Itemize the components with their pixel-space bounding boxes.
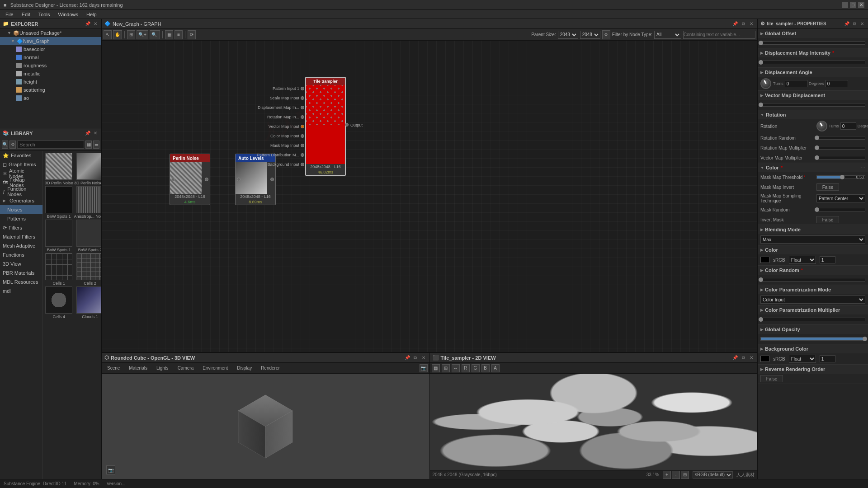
lib-3d-view[interactable]: 3D View [0, 259, 42, 268]
section-global-offset-header[interactable]: ▶ Global Offset [758, 29, 868, 38]
port-autolevels-input[interactable] [237, 178, 241, 181]
menu-tools[interactable]: Tools [35, 11, 54, 18]
lib-thumb-bnw-spots1b[interactable]: BnW Spots 1 [45, 220, 73, 252]
port-pattern-dist[interactable] [301, 153, 304, 157]
tab-environment[interactable]: Environment [199, 365, 231, 371]
props-pin-btn[interactable]: 📌 [844, 21, 850, 27]
tree-roughness[interactable]: roughness [0, 61, 101, 70]
viewport2d-toolbar-btn7[interactable]: A [491, 364, 500, 372]
lib-favorites[interactable]: ⭐ Favorites [0, 151, 42, 160]
rotation-section-menu[interactable]: ⋯ [861, 113, 865, 117]
port-rotation-map[interactable] [301, 115, 304, 119]
port-scale-map[interactable] [301, 96, 304, 100]
tree-metallic[interactable]: metallic [0, 70, 101, 78]
props-float-btn[interactable]: ⧉ [851, 21, 858, 27]
lib-thumb-bnw-spots1[interactable]: BnW Spots 1 [45, 186, 73, 219]
lib-atomic-nodes[interactable]: ⚛ Atomic Nodes [0, 169, 42, 178]
section-color-param-mult-header[interactable]: ▶ Color Parametrization Multiplier [758, 305, 868, 314]
color-param-mode-select[interactable]: Color Input [760, 296, 865, 304]
global-offset-slider[interactable] [760, 41, 865, 45]
graph-pin-btn[interactable]: 📌 [732, 21, 738, 27]
graph-tool-select[interactable]: ↖ [104, 30, 112, 39]
port-mask-map[interactable] [301, 144, 304, 147]
section-blending-mode-header[interactable]: ▶ Blending Mode [758, 225, 868, 234]
bg-format-select[interactable]: Float [789, 355, 816, 363]
tree-unsaved-package[interactable]: ▼ 📦 Unsaved Package* [0, 29, 101, 37]
viewport3d-float-btn[interactable]: ⧉ [412, 355, 419, 361]
rotation-map-mult-slider[interactable] [816, 146, 865, 150]
viewport2d-pin-btn[interactable]: 📌 [732, 355, 738, 361]
viewport-3d-canvas[interactable]: 📷 [102, 374, 429, 479]
port-color-map[interactable] [301, 134, 304, 138]
tree-height[interactable]: height [0, 78, 101, 86]
tab-camera[interactable]: Camera [174, 365, 198, 371]
color-param-mult-slider[interactable] [760, 318, 865, 321]
section-color-star-header[interactable]: ▼ Color * ⋯ [758, 163, 868, 172]
section-bg-color-header[interactable]: ▶ Background Color [758, 344, 868, 353]
lib-search-input[interactable] [17, 141, 84, 149]
minimize-button[interactable]: _ [842, 2, 848, 8]
vector-map-mult-slider[interactable] [816, 156, 865, 160]
lib-thumb-bnw-spots2[interactable]: BnW Spots 2 [74, 220, 101, 252]
viewport3d-cam-btn[interactable]: 📷 [420, 364, 428, 372]
color-star-section-menu[interactable]: ⋯ [861, 165, 865, 170]
displacement-turns-input[interactable] [785, 80, 807, 87]
node-tile-sampler[interactable]: Tile Sampler Pattern Input 1 Scale Map I… [305, 77, 346, 176]
viewport3d-pin-btn[interactable]: 📌 [404, 355, 410, 361]
rotation-turns-input[interactable] [840, 122, 856, 130]
displacement-angle-knob[interactable] [760, 78, 771, 89]
viewport2d-toolbar-btn6[interactable]: B [481, 364, 490, 372]
lib-fxmap-nodes[interactable]: 🗺 FxMap Nodes [0, 178, 42, 187]
lib-functions[interactable]: Functions [0, 250, 42, 259]
filter-select[interactable]: All [654, 31, 681, 39]
graph-tool-zoom-out[interactable]: 🔍- [150, 30, 160, 39]
lib-filter-btn[interactable]: ⚙ [9, 141, 16, 149]
viewport3d-close-btn[interactable]: ✕ [420, 355, 427, 361]
section-displacement-angle-header[interactable]: ▶ Displacement Angle [758, 68, 868, 77]
lib-mesh-adaptive[interactable]: Mesh Adaptive [0, 241, 42, 250]
rotation-knob[interactable] [816, 121, 827, 131]
tree-scattering[interactable]: scattering [0, 86, 101, 94]
section-displacement-header[interactable]: ▶ Displacement Map Intensity * [758, 48, 868, 57]
section-color-header[interactable]: ▶ Color [758, 245, 868, 254]
lib-thumb-clouds1[interactable]: Clouds 1 [74, 286, 101, 319]
port-displacement-map[interactable] [301, 106, 304, 109]
graph-tool-zoom-fit[interactable]: ⊞ [127, 30, 135, 39]
section-color-param-mode-header[interactable]: ▶ Color Parametrization Mode [758, 285, 868, 294]
lib-thumb-cells4[interactable]: Cells 4 [45, 286, 73, 319]
graph-search-input[interactable] [683, 31, 755, 39]
graph-tool-pan[interactable]: ✋ [113, 30, 122, 39]
port-perlin-input[interactable] [171, 178, 175, 181]
tree-normal[interactable]: normal [0, 53, 101, 61]
color-format-select[interactable]: Float [789, 256, 816, 264]
tab-renderer[interactable]: Renderer [257, 365, 283, 371]
parent-size-select[interactable]: 2048 [558, 31, 578, 39]
section-vector-displacement-header[interactable]: ▶ Vector Map Displacement [758, 91, 868, 100]
graph-tool-zoom-in[interactable]: 🔍+ [137, 30, 148, 39]
lib-patterns[interactable]: Patterns [0, 214, 42, 223]
lib-thumb-3d-perlin-noise[interactable]: 3D Perlin Noise [45, 153, 73, 185]
port-background[interactable] [301, 163, 304, 166]
lib-noises[interactable]: Noises [0, 205, 42, 214]
graph-tool-align[interactable]: ≡ [175, 30, 183, 39]
viewport2d-toolbar-btn5[interactable]: G [472, 364, 480, 372]
port-vector-map[interactable] [301, 125, 304, 128]
menu-edit[interactable]: Edit [18, 11, 34, 18]
tree-new-graph[interactable]: ▼ 🔷 New_Graph [0, 37, 101, 45]
lib-material-filters[interactable]: Material Filters [0, 232, 42, 241]
mask-threshold-slider[interactable]: 0.53 [816, 175, 865, 179]
tab-lights[interactable]: Lights [153, 365, 172, 371]
viewport2d-toolbar-btn2[interactable]: ⊞ [442, 364, 450, 372]
lib-thumb-anisotrop[interactable]: Anisotrop... Noise [74, 186, 101, 219]
viewport-2d-canvas[interactable] [430, 374, 758, 470]
lib-list-btn[interactable]: ☰ [93, 141, 99, 149]
port-tile-output[interactable] [345, 123, 349, 127]
port-autolevels-output[interactable] [270, 178, 274, 181]
lib-function-nodes[interactable]: ƒ Function Nodes [0, 187, 42, 196]
bg-color-swatch[interactable] [760, 356, 769, 362]
viewport2d-zoom-fit[interactable]: ⊞ [681, 471, 689, 479]
displacement-intensity-slider[interactable] [760, 61, 865, 64]
viewport2d-float-btn[interactable]: ⧉ [740, 355, 746, 361]
tab-materials[interactable]: Materials [125, 365, 151, 371]
vector-displacement-slider[interactable] [760, 103, 865, 107]
